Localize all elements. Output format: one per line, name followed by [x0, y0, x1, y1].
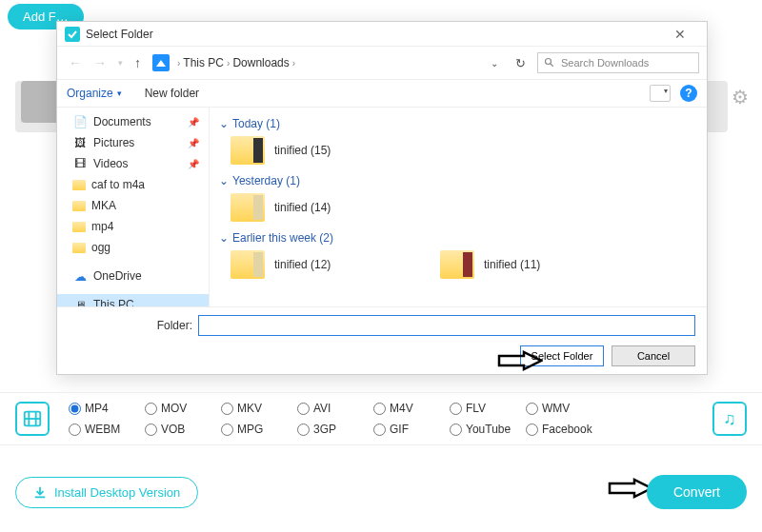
folder-icon — [72, 180, 86, 190]
folder-label: tinified (12) — [274, 258, 331, 271]
organize-button[interactable]: Organize — [67, 87, 122, 100]
bottom-row: Install Desktop Version Convert — [0, 470, 762, 514]
folder-label: Folder: — [69, 319, 192, 332]
format-option[interactable]: MP4 — [69, 402, 145, 415]
content-pane[interactable]: Today (1)tinified (15)Yesterday (1)tinif… — [210, 108, 707, 306]
close-icon[interactable]: ✕ — [661, 27, 699, 42]
forward-icon: → — [90, 55, 110, 70]
sidebar-item[interactable]: MKA — [57, 195, 209, 216]
group-title: Yesterday (1) — [232, 174, 300, 187]
folder-label: tinified (15) — [274, 144, 331, 157]
format-option[interactable]: MOV — [145, 402, 221, 415]
select-folder-dialog: Select Folder ✕ ← → ▾ ↑ › This PC › Down… — [56, 21, 708, 375]
format-option[interactable]: 3GP — [297, 423, 373, 436]
doc-icon — [72, 114, 88, 129]
sidebar-item[interactable]: OneDrive — [57, 266, 209, 286]
crumb-downloads[interactable]: Downloads — [230, 56, 291, 69]
folder-icon — [72, 222, 86, 232]
format-option[interactable]: WMV — [526, 402, 602, 415]
audio-icon[interactable] — [712, 402, 747, 436]
format-label: FLV — [466, 402, 486, 415]
back-icon[interactable]: ← — [65, 55, 86, 70]
group-header[interactable]: Today (1) — [219, 117, 697, 130]
format-option[interactable]: MKV — [221, 402, 297, 415]
sidebar-item-label: Documents — [93, 115, 151, 128]
sidebar-item[interactable]: Documents📌 — [57, 111, 209, 132]
dialog-title: Select Folder — [86, 28, 661, 41]
sidebar-item[interactable]: ogg — [57, 237, 209, 258]
convert-button[interactable]: Convert — [647, 475, 747, 509]
nav-row: ← → ▾ ↑ › This PC › Downloads › ⌄ ↻ Sear… — [57, 47, 707, 79]
format-option[interactable]: AVI — [297, 402, 373, 415]
gear-icon[interactable]: ⚙ — [732, 86, 749, 108]
pointer-arrow-icon — [497, 350, 543, 371]
format-option[interactable]: YouTube — [450, 423, 526, 436]
group-header[interactable]: Yesterday (1) — [219, 174, 697, 187]
format-label: GIF — [390, 423, 409, 436]
chevron-right-icon: › — [292, 58, 295, 69]
cancel-button[interactable]: Cancel — [612, 345, 695, 366]
folder-label: tinified (11) — [484, 258, 540, 271]
folder-item[interactable]: tinified (11) — [440, 250, 631, 279]
format-row: MP4MOVMKVAVIM4VFLVWMVWEBMVOBMPG3GPGIFYou… — [0, 392, 762, 445]
sidebar-item-label: mp4 — [91, 220, 113, 233]
format-option[interactable]: M4V — [373, 402, 450, 415]
group-header[interactable]: Earlier this week (2) — [219, 231, 697, 245]
dialog-footer: Folder: Select Folder Cancel — [57, 306, 707, 374]
sidebar-item[interactable]: Videos📌 — [57, 153, 209, 174]
toolbar: Organize New folder ? — [57, 79, 707, 108]
format-label: VOB — [161, 423, 185, 436]
format-option[interactable]: MPG — [221, 423, 297, 436]
pin-icon: 📌 — [188, 159, 199, 169]
sidebar-item-label: MKA — [91, 199, 116, 212]
crumb-dropdown-icon[interactable]: ⌄ — [491, 58, 498, 69]
new-folder-button[interactable]: New folder — [145, 87, 199, 100]
sidebar-item[interactable]: Pictures📌 — [57, 132, 209, 153]
sidebar-item[interactable]: caf to m4a — [57, 174, 209, 195]
format-option[interactable]: Facebook — [526, 423, 602, 436]
folder-item[interactable]: tinified (12) — [231, 250, 421, 279]
sidebar-item-label: This PC — [93, 298, 134, 306]
format-label: MP4 — [85, 402, 109, 415]
sidebar[interactable]: Documents📌Pictures📌Videos📌caf to m4aMKAm… — [57, 108, 210, 306]
svg-line-1 — [551, 64, 553, 67]
crumb-thispc[interactable]: This PC — [180, 56, 227, 69]
format-label: 3GP — [313, 423, 336, 436]
folder-item[interactable]: tinified (14) — [231, 193, 421, 222]
folder-icon — [231, 136, 265, 165]
install-desktop-button[interactable]: Install Desktop Version — [15, 477, 198, 508]
video-icon[interactable] — [15, 402, 50, 436]
help-icon[interactable]: ? — [680, 85, 697, 102]
format-option[interactable]: WEBM — [69, 423, 145, 436]
format-option[interactable]: GIF — [373, 423, 450, 436]
cloud-icon — [72, 268, 88, 284]
refresh-icon[interactable]: ↻ — [508, 56, 533, 70]
format-label: MPG — [237, 423, 263, 436]
pin-icon: 📌 — [188, 117, 199, 128]
sidebar-item[interactable]: This PC — [57, 294, 209, 306]
format-option[interactable]: FLV — [450, 402, 526, 415]
sidebar-item-label: Videos — [93, 157, 128, 170]
search-placeholder: Search Downloads — [561, 57, 649, 69]
folder-icon — [72, 243, 86, 253]
folder-input[interactable] — [198, 315, 695, 336]
up-icon[interactable]: ↑ — [130, 55, 145, 70]
folder-icon — [231, 250, 265, 279]
sidebar-item-label: ogg — [91, 241, 110, 254]
breadcrumb[interactable]: › This PC › Downloads › ⌄ — [177, 56, 504, 69]
pc-icon — [72, 297, 88, 306]
sidebar-item[interactable]: mp4 — [57, 216, 209, 237]
pin-icon: 📌 — [188, 138, 199, 148]
folder-item[interactable]: tinified (15) — [231, 136, 421, 165]
view-options-icon[interactable] — [650, 85, 671, 102]
pic-icon — [72, 135, 88, 150]
chevron-down-icon[interactable]: ▾ — [114, 58, 127, 68]
bg-thumb — [21, 81, 61, 123]
group-title: Earlier this week (2) — [232, 231, 333, 245]
search-input[interactable]: Search Downloads — [537, 52, 699, 73]
format-label: MOV — [161, 402, 187, 415]
drive-icon — [152, 54, 170, 71]
sidebar-item-label: caf to m4a — [91, 178, 145, 191]
format-option[interactable]: VOB — [145, 423, 221, 436]
format-label: AVI — [313, 402, 331, 415]
